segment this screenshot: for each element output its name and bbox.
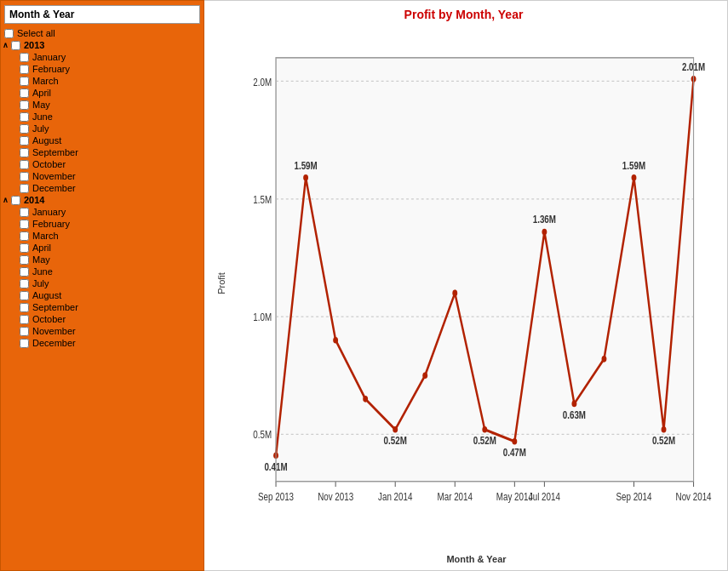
collapse-2014-icon: ∧	[3, 196, 9, 204]
month-jun-2014[interactable]: June	[1, 266, 203, 277]
year-2014-checkbox[interactable]	[11, 196, 20, 205]
svg-text:0.47M: 0.47M	[503, 447, 526, 458]
month-aug-2014[interactable]: August	[1, 289, 203, 301]
svg-text:1.0M: 1.0M	[253, 311, 272, 323]
month-apr-2013[interactable]: April	[1, 87, 203, 99]
svg-text:Sep 2014: Sep 2014	[616, 491, 652, 502]
svg-point-35	[482, 426, 487, 433]
svg-text:Mar 2014: Mar 2014	[438, 491, 473, 502]
month-apr-2014[interactable]: April	[1, 242, 203, 254]
year-2013-row[interactable]: ∧ 2013	[1, 39, 203, 51]
svg-text:0.52M: 0.52M	[384, 435, 407, 446]
month-dec-2013[interactable]: December	[1, 182, 203, 194]
month-nov-2014[interactable]: November	[1, 325, 203, 337]
svg-point-27	[303, 174, 308, 181]
svg-text:1.36M: 1.36M	[533, 214, 556, 225]
select-all-checkbox[interactable]	[4, 29, 14, 38]
svg-point-37	[512, 438, 517, 445]
svg-text:May 2014: May 2014	[496, 491, 533, 502]
svg-point-41	[571, 401, 576, 408]
svg-text:2.0M: 2.0M	[253, 76, 272, 87]
chart-area: Profit by Month, Year Profit 0.5M1.0M1.5…	[204, 0, 728, 571]
month-feb-2014[interactable]: February	[1, 218, 203, 230]
svg-point-46	[662, 426, 667, 433]
month-mar-2013[interactable]: March	[1, 75, 203, 87]
svg-point-29	[333, 337, 338, 344]
svg-text:Nov 2013: Nov 2013	[318, 491, 353, 502]
month-jul-2014[interactable]: July	[1, 277, 203, 289]
svg-point-30	[363, 396, 368, 403]
svg-text:1.5M: 1.5M	[253, 194, 272, 205]
svg-point-44	[632, 174, 637, 181]
chart-svg: 0.5M1.0M1.5M2.0MSep 2013Nov 2013Jan 2014…	[234, 26, 719, 540]
svg-point-31	[393, 426, 398, 433]
select-all-label[interactable]: Select all	[17, 28, 55, 38]
month-aug-2013[interactable]: August	[1, 134, 203, 146]
month-may-2013[interactable]: May	[1, 99, 203, 111]
month-oct-2014[interactable]: October	[1, 313, 203, 325]
month-sep-2014[interactable]: September	[1, 301, 203, 313]
svg-point-43	[602, 356, 607, 363]
svg-text:1.59M: 1.59M	[294, 160, 317, 171]
x-axis-label: Month & Year	[234, 554, 719, 564]
month-jun-2013[interactable]: June	[1, 111, 203, 123]
month-oct-2013[interactable]: October	[1, 158, 203, 170]
month-may-2014[interactable]: May	[1, 254, 203, 266]
svg-text:Sep 2013: Sep 2013	[258, 491, 294, 502]
chart-title: Profit by Month, Year	[209, 5, 719, 21]
sidebar-header: Month & Year	[4, 5, 200, 24]
month-sep-2013[interactable]: September	[1, 146, 203, 158]
svg-text:Nov 2014: Nov 2014	[676, 491, 712, 502]
year-2014-label[interactable]: 2014	[24, 195, 44, 205]
svg-text:1.59M: 1.59M	[622, 160, 645, 171]
month-mar-2014[interactable]: March	[1, 230, 203, 242]
collapse-2013-icon: ∧	[3, 41, 9, 49]
year-2014-row[interactable]: ∧ 2014	[1, 194, 203, 206]
svg-point-34	[452, 290, 457, 297]
svg-point-33	[422, 372, 427, 379]
chart-container: Profit 0.5M1.0M1.5M2.0MSep 2013Nov 2013J…	[234, 26, 719, 540]
month-jul-2013[interactable]: July	[1, 123, 203, 134]
svg-rect-0	[276, 58, 694, 482]
svg-text:0.63M: 0.63M	[563, 409, 586, 420]
svg-text:0.5M: 0.5M	[253, 429, 272, 440]
month-jan-2014[interactable]: January	[1, 206, 203, 218]
month-feb-2013[interactable]: February	[1, 63, 203, 75]
select-all-row[interactable]: Select all	[1, 27, 203, 39]
month-dec-2014[interactable]: December	[1, 337, 203, 349]
month-jan-2013[interactable]: January	[1, 51, 203, 63]
y-axis-label: Profit	[216, 272, 226, 294]
svg-text:Jul 2014: Jul 2014	[529, 491, 560, 502]
year-2013-label[interactable]: 2013	[24, 40, 44, 50]
svg-text:0.52M: 0.52M	[473, 435, 496, 446]
svg-text:Jan 2014: Jan 2014	[378, 491, 412, 502]
svg-text:0.52M: 0.52M	[652, 435, 675, 446]
svg-point-39	[542, 229, 547, 236]
month-nov-2013[interactable]: November	[1, 170, 203, 182]
sidebar: Month & Year Select all ∧ 2013 January F…	[0, 0, 204, 571]
year-2013-checkbox[interactable]	[11, 41, 20, 50]
